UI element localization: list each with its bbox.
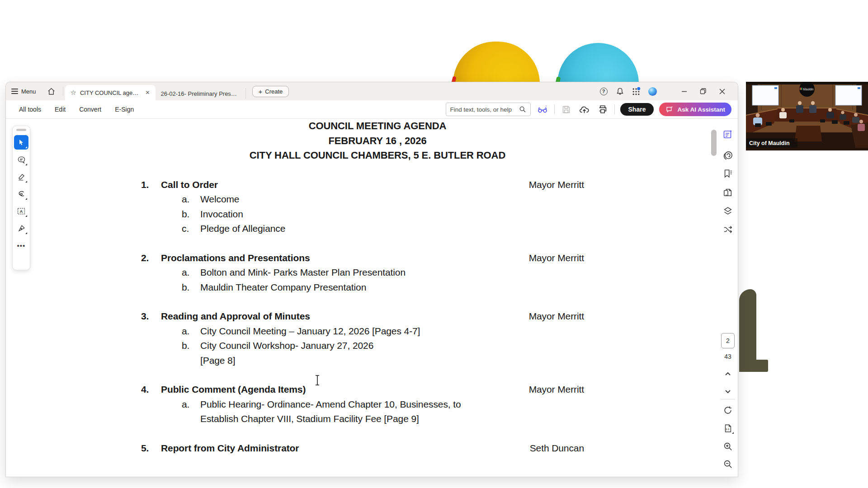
doc-title-line: CITY HALL COUNCIL CHAMBERS, 5 E. BUTLER … xyxy=(113,148,642,163)
zoom-out-button[interactable] xyxy=(722,458,734,470)
fill-sign-tool-button[interactable] xyxy=(14,221,28,235)
item-number: 5. xyxy=(141,441,161,456)
item-heading: Public Comment (Agenda Items) xyxy=(161,382,306,397)
sub-letter: a. xyxy=(182,265,200,280)
sub-text: Welcome xyxy=(200,192,239,207)
rail-divider xyxy=(721,399,735,399)
panel-drag-handle[interactable] xyxy=(16,129,26,131)
notifications-button[interactable] xyxy=(614,85,626,97)
select-tool-button[interactable] xyxy=(14,135,28,150)
browser-extension-button[interactable] xyxy=(646,85,658,97)
bell-icon xyxy=(616,87,624,96)
reading-glasses-icon xyxy=(537,104,548,115)
page-zoom-preset-button[interactable]: 1:1 xyxy=(722,422,734,434)
convert-menu[interactable]: Convert xyxy=(72,106,108,113)
sub-text: Mauldin Theater Company Presentation xyxy=(200,280,366,295)
sub-text: Pledge of Allegiance xyxy=(200,221,285,236)
restore-icon xyxy=(700,88,706,94)
reorganize-panel-button[interactable] xyxy=(722,224,734,235)
item-presenter: Mayor Merritt xyxy=(529,382,584,397)
menu-button[interactable]: Menu xyxy=(6,82,42,100)
apps-button[interactable] xyxy=(630,85,642,97)
next-page-button[interactable] xyxy=(722,385,734,397)
draw-tool-button[interactable] xyxy=(14,187,28,201)
help-icon: ? xyxy=(600,88,608,95)
close-tab-icon[interactable]: ✕ xyxy=(145,89,150,96)
esign-menu[interactable]: E-Sign xyxy=(108,106,141,113)
restore-button[interactable] xyxy=(693,82,712,100)
pages-panel-button[interactable] xyxy=(722,187,734,198)
add-text-icon: A xyxy=(17,206,26,216)
sub-letter: c. xyxy=(182,221,200,236)
sub-letter: b. xyxy=(182,207,200,222)
acrobat-window: Menu ☆ CITY COUNCIL agenda f... ✕ 26-02-… xyxy=(6,82,738,477)
document-viewport: COUNCIL MEETING AGENDA FEBRUARY 16 , 202… xyxy=(6,119,738,476)
highlight-tool-button[interactable] xyxy=(14,169,28,184)
comment-tool-button[interactable] xyxy=(14,152,28,167)
highlighter-icon xyxy=(17,173,26,181)
current-page-input[interactable]: 2 xyxy=(721,333,735,348)
liquid-mode-button[interactable] xyxy=(536,103,549,116)
find-input[interactable]: Find text, tools, or help xyxy=(446,103,531,116)
bookmarks-panel-button[interactable] xyxy=(722,168,734,179)
text-cursor xyxy=(314,375,321,388)
wallpaper-olive-shape xyxy=(739,289,756,372)
tab-preliminary-presentation[interactable]: 26-02-16- Preliminary Presentati... xyxy=(156,88,246,99)
star-icon[interactable]: ☆ xyxy=(71,89,76,97)
sub-text: Invocation xyxy=(200,207,243,222)
shuffle-icon xyxy=(723,225,733,235)
tab-title: CITY COUNCIL agenda f... xyxy=(80,89,141,96)
save-button[interactable] xyxy=(560,103,573,116)
sub-letter: a. xyxy=(182,397,200,412)
upload-cloud-button[interactable] xyxy=(578,103,591,116)
ai-assistant-label: Ask AI Assistant xyxy=(677,106,725,113)
edit-menu[interactable]: Edit xyxy=(48,106,72,113)
wallpaper-yellow-dome xyxy=(453,42,540,84)
print-button[interactable] xyxy=(596,103,609,116)
zoom-in-button[interactable] xyxy=(722,441,734,452)
agenda-list: 1.Call to OrderMayor Merritt a.Welcome b… xyxy=(141,178,584,456)
window-controls xyxy=(675,82,731,100)
add-text-tool-button[interactable]: A xyxy=(14,204,28,218)
doc-title-line: COUNCIL MEETING AGENDA xyxy=(113,119,642,134)
minimize-button[interactable] xyxy=(675,82,693,100)
ask-ai-assistant-button[interactable]: Ask AI Assistant xyxy=(659,103,731,116)
all-tools-menu[interactable]: All tools xyxy=(12,106,48,113)
layers-panel-button[interactable] xyxy=(722,205,734,217)
item-presenter: Seth Duncan xyxy=(530,441,584,456)
previous-page-button[interactable] xyxy=(722,368,734,380)
video-caption: City of Mauldin xyxy=(749,140,790,146)
chevron-down-icon xyxy=(724,388,731,395)
toolbar-divider xyxy=(554,104,555,114)
share-button[interactable]: Share xyxy=(620,103,654,116)
ai-assistant-panel-button[interactable] xyxy=(722,128,734,140)
help-button[interactable]: ? xyxy=(598,85,609,97)
sub-letter: b. xyxy=(182,338,200,353)
sub-text: City Council Meeting – January 12, 2026 … xyxy=(200,324,420,339)
create-button[interactable]: + Create xyxy=(252,86,289,97)
tab-city-council-agenda[interactable]: ☆ CITY COUNCIL agenda f... ✕ xyxy=(65,85,156,100)
create-label: Create xyxy=(265,88,283,95)
zoom-out-icon xyxy=(723,459,733,469)
globe-icon xyxy=(648,87,657,96)
hamburger-icon xyxy=(11,87,18,95)
item-presenter: Mayor Merritt xyxy=(529,251,584,266)
home-button[interactable] xyxy=(42,82,61,100)
select-arrow-icon xyxy=(18,139,25,146)
council-video-overlay[interactable]: Mauldin xyxy=(746,82,868,150)
menu-label: Menu xyxy=(21,88,36,95)
rotate-page-button[interactable] xyxy=(722,404,734,416)
right-tools-rail: 2 43 1:1 xyxy=(718,119,738,476)
sub-text: Bolton and Mink- Parks Master Plan Prese… xyxy=(200,265,406,280)
agenda-item-2: 2.Proclamations and PresentationsMayor M… xyxy=(141,251,584,295)
more-tools-button[interactable]: ••• xyxy=(14,238,28,253)
item-number: 3. xyxy=(141,309,161,324)
wallpaper-cyan-dome xyxy=(557,43,639,84)
total-pages-label: 43 xyxy=(718,353,738,360)
close-window-button[interactable] xyxy=(712,82,731,100)
comments-panel-button[interactable] xyxy=(722,150,734,161)
comments-icon xyxy=(723,150,733,161)
vertical-scrollbar-thumb[interactable] xyxy=(711,130,717,156)
zoom-in-icon xyxy=(723,441,733,451)
item-heading: Call to Order xyxy=(161,178,218,192)
